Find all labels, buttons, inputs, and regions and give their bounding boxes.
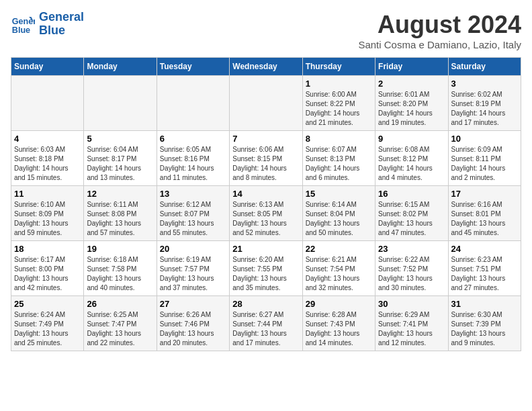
day-number: 30: [378, 299, 445, 309]
calendar-cell: 5Sunrise: 6:04 AM Sunset: 8:17 PM Daylig…: [84, 131, 157, 186]
day-number: 17: [451, 189, 518, 199]
cell-info: Sunrise: 6:25 AM Sunset: 7:47 PM Dayligh…: [87, 310, 153, 348]
cell-info: Sunrise: 6:00 AM Sunset: 8:22 PM Dayligh…: [306, 90, 372, 128]
cell-info: Sunrise: 6:02 AM Sunset: 8:19 PM Dayligh…: [451, 90, 518, 128]
day-number: 4: [14, 134, 81, 144]
calendar-cell: 13Sunrise: 6:12 AM Sunset: 8:07 PM Dayli…: [157, 186, 229, 241]
calendar-cell: 11Sunrise: 6:10 AM Sunset: 8:09 PM Dayli…: [11, 186, 84, 241]
calendar-cell: 7Sunrise: 6:06 AM Sunset: 8:15 PM Daylig…: [230, 131, 302, 186]
cell-info: Sunrise: 6:30 AM Sunset: 7:39 PM Dayligh…: [451, 310, 518, 348]
day-number: 5: [87, 134, 153, 144]
day-number: 14: [232, 189, 299, 199]
day-number: 15: [306, 189, 372, 199]
calendar-cell: 1Sunrise: 6:00 AM Sunset: 8:22 PM Daylig…: [302, 76, 375, 131]
logo-icon: General Blue: [11, 12, 35, 36]
calendar-cell: 27Sunrise: 6:26 AM Sunset: 7:46 PM Dayli…: [157, 296, 229, 351]
day-number: 26: [87, 299, 153, 309]
calendar-cell: 30Sunrise: 6:29 AM Sunset: 7:41 PM Dayli…: [375, 296, 448, 351]
day-number: 8: [306, 134, 372, 144]
calendar-cell: 10Sunrise: 6:09 AM Sunset: 8:11 PM Dayli…: [448, 131, 521, 186]
cell-info: Sunrise: 6:03 AM Sunset: 8:18 PM Dayligh…: [14, 145, 81, 183]
day-number: 20: [160, 244, 226, 254]
cell-info: Sunrise: 6:05 AM Sunset: 8:16 PM Dayligh…: [160, 145, 226, 183]
calendar-week-row: 4Sunrise: 6:03 AM Sunset: 8:18 PM Daylig…: [11, 131, 521, 186]
cell-info: Sunrise: 6:11 AM Sunset: 8:08 PM Dayligh…: [87, 200, 153, 238]
weekday-header-wednesday: Wednesday: [230, 58, 302, 76]
calendar-cell: 31Sunrise: 6:30 AM Sunset: 7:39 PM Dayli…: [448, 296, 521, 351]
day-number: 1: [306, 79, 372, 89]
calendar-cell: 25Sunrise: 6:24 AM Sunset: 7:49 PM Dayli…: [11, 296, 84, 351]
calendar-cell: 8Sunrise: 6:07 AM Sunset: 8:13 PM Daylig…: [302, 131, 375, 186]
calendar-cell: 6Sunrise: 6:05 AM Sunset: 8:16 PM Daylig…: [157, 131, 229, 186]
cell-info: Sunrise: 6:29 AM Sunset: 7:41 PM Dayligh…: [378, 310, 445, 348]
day-number: 7: [232, 134, 299, 144]
cell-info: Sunrise: 6:21 AM Sunset: 7:54 PM Dayligh…: [306, 255, 372, 293]
calendar-cell: 29Sunrise: 6:28 AM Sunset: 7:43 PM Dayli…: [302, 296, 375, 351]
calendar-cell: 15Sunrise: 6:14 AM Sunset: 8:04 PM Dayli…: [302, 186, 375, 241]
cell-info: Sunrise: 6:19 AM Sunset: 7:57 PM Dayligh…: [160, 255, 226, 293]
calendar-cell: 14Sunrise: 6:13 AM Sunset: 8:05 PM Dayli…: [230, 186, 302, 241]
calendar-cell: 16Sunrise: 6:15 AM Sunset: 8:02 PM Dayli…: [375, 186, 448, 241]
cell-info: Sunrise: 6:08 AM Sunset: 8:12 PM Dayligh…: [378, 145, 445, 183]
calendar-cell: 12Sunrise: 6:11 AM Sunset: 8:08 PM Dayli…: [84, 186, 157, 241]
day-number: 23: [378, 244, 445, 254]
day-number: 27: [160, 299, 226, 309]
cell-info: Sunrise: 6:16 AM Sunset: 8:01 PM Dayligh…: [451, 200, 518, 238]
calendar-week-row: 1Sunrise: 6:00 AM Sunset: 8:22 PM Daylig…: [11, 76, 521, 131]
title-block: August 2024 Santi Cosma e Damiano, Lazio…: [358, 11, 521, 50]
calendar-cell: 3Sunrise: 6:02 AM Sunset: 8:19 PM Daylig…: [448, 76, 521, 131]
cell-info: Sunrise: 6:26 AM Sunset: 7:46 PM Dayligh…: [160, 310, 226, 348]
day-number: 9: [378, 134, 445, 144]
cell-info: Sunrise: 6:27 AM Sunset: 7:44 PM Dayligh…: [232, 310, 299, 348]
cell-info: Sunrise: 6:20 AM Sunset: 7:55 PM Dayligh…: [232, 255, 299, 293]
month-year: August 2024: [358, 11, 521, 39]
cell-info: Sunrise: 6:06 AM Sunset: 8:15 PM Dayligh…: [232, 145, 299, 183]
logo: General Blue General Blue: [11, 11, 84, 38]
calendar-table: SundayMondayTuesdayWednesdayThursdayFrid…: [11, 57, 521, 351]
day-number: 6: [160, 134, 226, 144]
weekday-header-tuesday: Tuesday: [157, 58, 229, 76]
cell-info: Sunrise: 6:13 AM Sunset: 8:05 PM Dayligh…: [232, 200, 299, 238]
calendar-cell: 2Sunrise: 6:01 AM Sunset: 8:20 PM Daylig…: [375, 76, 448, 131]
location: Santi Cosma e Damiano, Lazio, Italy: [358, 39, 521, 50]
cell-info: Sunrise: 6:10 AM Sunset: 8:09 PM Dayligh…: [14, 200, 81, 238]
day-number: 25: [14, 299, 81, 309]
calendar-cell: 17Sunrise: 6:16 AM Sunset: 8:01 PM Dayli…: [448, 186, 521, 241]
calendar-cell: [157, 76, 229, 131]
calendar-cell: 26Sunrise: 6:25 AM Sunset: 7:47 PM Dayli…: [84, 296, 157, 351]
day-number: 19: [87, 244, 153, 254]
logo-line1: General: [39, 10, 84, 24]
cell-info: Sunrise: 6:01 AM Sunset: 8:20 PM Dayligh…: [378, 90, 445, 128]
cell-info: Sunrise: 6:07 AM Sunset: 8:13 PM Dayligh…: [306, 145, 372, 183]
day-number: 10: [451, 134, 518, 144]
day-number: 29: [306, 299, 372, 309]
calendar-cell: [11, 76, 84, 131]
cell-info: Sunrise: 6:24 AM Sunset: 7:49 PM Dayligh…: [14, 310, 81, 348]
calendar-cell: 19Sunrise: 6:18 AM Sunset: 7:58 PM Dayli…: [84, 241, 157, 296]
weekday-header-thursday: Thursday: [302, 58, 375, 76]
cell-info: Sunrise: 6:14 AM Sunset: 8:04 PM Dayligh…: [306, 200, 372, 238]
day-number: 24: [451, 244, 518, 254]
cell-info: Sunrise: 6:22 AM Sunset: 7:52 PM Dayligh…: [378, 255, 445, 293]
day-number: 11: [14, 189, 81, 199]
day-number: 3: [451, 79, 518, 89]
calendar-cell: [230, 76, 302, 131]
day-number: 13: [160, 189, 226, 199]
calendar-cell: 9Sunrise: 6:08 AM Sunset: 8:12 PM Daylig…: [375, 131, 448, 186]
cell-info: Sunrise: 6:17 AM Sunset: 8:00 PM Dayligh…: [14, 255, 81, 293]
calendar-cell: 23Sunrise: 6:22 AM Sunset: 7:52 PM Dayli…: [375, 241, 448, 296]
weekday-header-row: SundayMondayTuesdayWednesdayThursdayFrid…: [11, 58, 521, 76]
day-number: 28: [232, 299, 299, 309]
day-number: 2: [378, 79, 445, 89]
day-number: 18: [14, 244, 81, 254]
calendar-cell: 21Sunrise: 6:20 AM Sunset: 7:55 PM Dayli…: [230, 241, 302, 296]
calendar-week-row: 11Sunrise: 6:10 AM Sunset: 8:09 PM Dayli…: [11, 186, 521, 241]
cell-info: Sunrise: 6:18 AM Sunset: 7:58 PM Dayligh…: [87, 255, 153, 293]
day-number: 22: [306, 244, 372, 254]
calendar-cell: [84, 76, 157, 131]
day-number: 21: [232, 244, 299, 254]
calendar-week-row: 25Sunrise: 6:24 AM Sunset: 7:49 PM Dayli…: [11, 296, 521, 351]
svg-text:Blue: Blue: [12, 25, 30, 34]
calendar-cell: 4Sunrise: 6:03 AM Sunset: 8:18 PM Daylig…: [11, 131, 84, 186]
weekday-header-monday: Monday: [84, 58, 157, 76]
